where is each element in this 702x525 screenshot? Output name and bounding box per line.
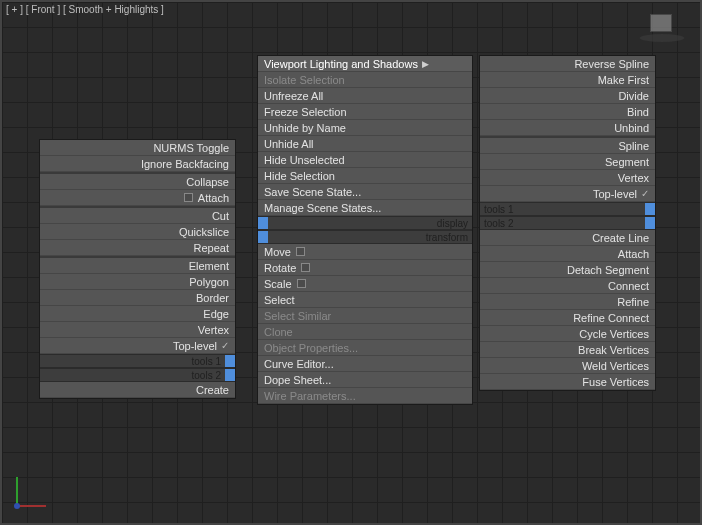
viewcube[interactable]	[640, 8, 684, 44]
menu-item-viewport-lighting-and-shadows[interactable]: Viewport Lighting and Shadows▶	[258, 56, 472, 72]
menu-item-clone: Clone	[258, 324, 472, 340]
menu-item-ignore-backfacing[interactable]: Ignore Backfacing	[40, 156, 235, 172]
submenu-arrow-icon: ▶	[422, 56, 429, 72]
menu-item-attach[interactable]: Attach	[480, 246, 655, 262]
menu-item-object-properties: Object Properties...	[258, 340, 472, 356]
tools1-handle[interactable]: tools 1	[40, 354, 235, 368]
menu-item-label: Unfreeze All	[264, 88, 323, 104]
menu-item-top-level[interactable]: Top-level✓	[40, 338, 235, 354]
menu-item-label: Make First	[598, 72, 649, 88]
menu-item-label: Create Line	[592, 230, 649, 246]
menu-item-fuse-vertices[interactable]: Fuse Vertices	[480, 374, 655, 390]
menu-item-detach-segment[interactable]: Detach Segment	[480, 262, 655, 278]
menu-item-segment[interactable]: Segment	[480, 154, 655, 170]
menu-item-bind[interactable]: Bind	[480, 104, 655, 120]
menu-item-save-scene-state[interactable]: Save Scene State...	[258, 184, 472, 200]
menu-item-top-level[interactable]: Top-level✓	[480, 186, 655, 202]
transform-handle[interactable]: transform	[258, 230, 472, 244]
menu-item-label: Element	[189, 258, 229, 274]
option-box-icon[interactable]	[301, 263, 310, 272]
menu-item-nurms-toggle[interactable]: NURMS Toggle	[40, 140, 235, 156]
menu-item-label: NURMS Toggle	[153, 140, 229, 156]
menu-item-reverse-spline[interactable]: Reverse Spline	[480, 56, 655, 72]
menu-item-unbind[interactable]: Unbind	[480, 120, 655, 136]
menu-item-connect[interactable]: Connect	[480, 278, 655, 294]
menu-item-cut[interactable]: Cut	[40, 208, 235, 224]
menu-item-unhide-all[interactable]: Unhide All	[258, 136, 472, 152]
menu-item-hide-unselected[interactable]: Hide Unselected	[258, 152, 472, 168]
menu-item-label: Spline	[618, 138, 649, 154]
menu-item-spline[interactable]: Spline	[480, 138, 655, 154]
menu-item-attach[interactable]: Attach	[40, 190, 235, 206]
menu-item-label: Viewport Lighting and Shadows	[264, 56, 418, 72]
menu-item-refine-connect[interactable]: Refine Connect	[480, 310, 655, 326]
menu-item-label: Move	[264, 244, 291, 260]
menu-item-label: Collapse	[186, 174, 229, 190]
option-box-icon[interactable]	[296, 247, 305, 256]
menu-item-break-vertices[interactable]: Break Vertices	[480, 342, 655, 358]
viewport-label[interactable]: [ + ] [ Front ] [ Smooth + Highlights ]	[6, 4, 164, 15]
menu-item-label: Quickslice	[179, 224, 229, 240]
menu-item-label: Unhide by Name	[264, 120, 346, 136]
menu-item-collapse[interactable]: Collapse	[40, 174, 235, 190]
tools2-handle-r[interactable]: tools 2	[480, 216, 655, 230]
menu-item-vertex[interactable]: Vertex	[40, 322, 235, 338]
menu-item-label: Rotate	[264, 260, 296, 276]
menu-item-unhide-by-name[interactable]: Unhide by Name	[258, 120, 472, 136]
menu-item-label: Save Scene State...	[264, 184, 361, 200]
menu-item-select[interactable]: Select	[258, 292, 472, 308]
menu-item-unfreeze-all[interactable]: Unfreeze All	[258, 88, 472, 104]
menu-item-cycle-vertices[interactable]: Cycle Vertices	[480, 326, 655, 342]
menu-item-hide-selection[interactable]: Hide Selection	[258, 168, 472, 184]
menu-item-label: Refine Connect	[573, 310, 649, 326]
menu-item-create[interactable]: Create	[40, 382, 235, 398]
menu-item-vertex[interactable]: Vertex	[480, 170, 655, 186]
menu-item-label: Hide Selection	[264, 168, 335, 184]
option-box-icon[interactable]	[184, 193, 193, 202]
menu-item-element[interactable]: Element	[40, 258, 235, 274]
menu-item-edge[interactable]: Edge	[40, 306, 235, 322]
menu-item-label: Edge	[203, 306, 229, 322]
menu-item-isolate-selection: Isolate Selection	[258, 72, 472, 88]
menu-item-label: Scale	[264, 276, 292, 292]
menu-item-refine[interactable]: Refine	[480, 294, 655, 310]
menu-item-label: Top-level	[173, 338, 217, 354]
check-icon: ✓	[641, 186, 649, 202]
menu-item-label: Curve Editor...	[264, 356, 334, 372]
menu-item-label: Break Vertices	[578, 342, 649, 358]
menu-item-border[interactable]: Border	[40, 290, 235, 306]
tools1-handle-r[interactable]: tools 1	[480, 202, 655, 216]
menu-item-rotate[interactable]: Rotate	[258, 260, 472, 276]
menu-item-curve-editor[interactable]: Curve Editor...	[258, 356, 472, 372]
menu-item-repeat[interactable]: Repeat	[40, 240, 235, 256]
menu-item-polygon[interactable]: Polygon	[40, 274, 235, 290]
menu-item-scale[interactable]: Scale	[258, 276, 472, 292]
menu-item-make-first[interactable]: Make First	[480, 72, 655, 88]
menu-item-dope-sheet[interactable]: Dope Sheet...	[258, 372, 472, 388]
menu-item-label: Dope Sheet...	[264, 372, 331, 388]
menu-item-label: Vertex	[198, 322, 229, 338]
tools2-handle[interactable]: tools 2	[40, 368, 235, 382]
menu-item-label: Hide Unselected	[264, 152, 345, 168]
menu-item-label: Repeat	[194, 240, 229, 256]
menu-item-create-line[interactable]: Create Line	[480, 230, 655, 246]
menu-item-label: Wire Parameters...	[264, 388, 356, 404]
menu-item-label: Cut	[212, 208, 229, 224]
menu-item-manage-scene-states[interactable]: Manage Scene States...	[258, 200, 472, 216]
menu-item-label: Attach	[198, 190, 229, 206]
menu-item-weld-vertices[interactable]: Weld Vertices	[480, 358, 655, 374]
menu-item-label: Vertex	[618, 170, 649, 186]
menu-item-label: Ignore Backfacing	[141, 156, 229, 172]
option-box-icon[interactable]	[297, 279, 306, 288]
menu-item-move[interactable]: Move	[258, 244, 472, 260]
menu-item-label: Border	[196, 290, 229, 306]
display-handle[interactable]: display	[258, 216, 472, 230]
menu-item-freeze-selection[interactable]: Freeze Selection	[258, 104, 472, 120]
menu-item-label: Connect	[608, 278, 649, 294]
menu-item-label: Divide	[618, 88, 649, 104]
menu-item-quickslice[interactable]: Quickslice	[40, 224, 235, 240]
menu-item-divide[interactable]: Divide	[480, 88, 655, 104]
menu-item-label: Fuse Vertices	[582, 374, 649, 390]
menu-item-label: Detach Segment	[567, 262, 649, 278]
menu-item-select-similar: Select Similar	[258, 308, 472, 324]
